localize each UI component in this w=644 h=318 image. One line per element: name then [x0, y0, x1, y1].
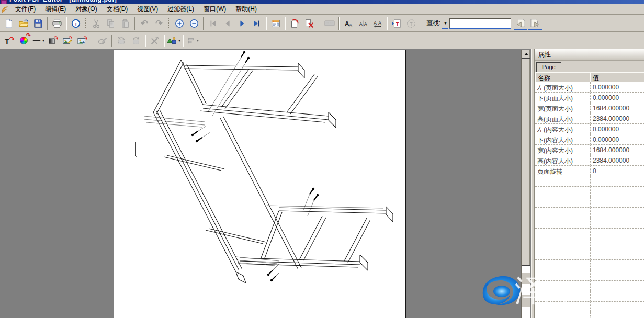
- open-folder-button[interactable]: [17, 17, 30, 30]
- char-spacing-button[interactable]: AA: [356, 17, 370, 30]
- tab-page[interactable]: Page: [536, 62, 561, 72]
- property-name: [535, 218, 590, 228]
- up-arrow-icon: [524, 53, 528, 55]
- rotate-left-obj-button[interactable]: [115, 34, 128, 47]
- property-value: [590, 270, 644, 280]
- page-layout-button[interactable]: [269, 17, 283, 30]
- paste-button[interactable]: [119, 17, 132, 30]
- nav-next-button[interactable]: [235, 17, 249, 30]
- align-tool-button[interactable]: ▾: [186, 34, 199, 47]
- rotate-page-button[interactable]: [288, 17, 301, 30]
- save-button[interactable]: [31, 17, 45, 30]
- property-value[interactable]: 2384.000000: [590, 113, 644, 123]
- toolbar-drag-handle[interactable]: [85, 18, 86, 29]
- property-row-empty: [535, 291, 644, 302]
- technical-drawing-svg: [114, 50, 406, 317]
- property-value[interactable]: 0.000000: [590, 93, 644, 103]
- cut-button[interactable]: [89, 17, 103, 30]
- menu-bar: 文件(F)编辑(E)对象(O)文档(D)视图(V)过滤器(L)窗口(W)帮助(H…: [0, 4, 644, 15]
- property-row-empty: [535, 229, 644, 239]
- zoom-out-button[interactable]: [187, 17, 201, 30]
- property-value: [590, 239, 644, 249]
- find-next-result-button[interactable]: [528, 16, 542, 30]
- find-prev-result-button[interactable]: [514, 16, 527, 30]
- property-row-empty: [535, 176, 644, 187]
- delete-page-button[interactable]: [302, 17, 316, 30]
- property-row-empty: [535, 312, 644, 318]
- undo-button[interactable]: ↶: [138, 17, 151, 30]
- nav-first-button[interactable]: [206, 17, 220, 30]
- print-button[interactable]: [50, 17, 64, 30]
- property-value[interactable]: 0.000000: [590, 134, 644, 144]
- toolbar-separator: [203, 17, 204, 30]
- rotate-right-obj-button[interactable]: [129, 34, 143, 47]
- scroll-up-button[interactable]: [522, 50, 530, 59]
- text-circle-button[interactable]: T: [404, 17, 418, 30]
- menu-item-3[interactable]: 文档(D): [102, 4, 133, 15]
- property-row-empty: [535, 187, 644, 197]
- keyboard-button[interactable]: [323, 17, 336, 30]
- scrollbar-thumb[interactable]: [522, 59, 530, 266]
- nav-prev-button[interactable]: [221, 17, 234, 30]
- toolbar-separator: [66, 17, 67, 30]
- property-value[interactable]: 0.000000: [590, 82, 644, 92]
- add-shading-button[interactable]: [46, 34, 60, 47]
- font-button[interactable]: AA: [342, 17, 355, 30]
- redo-button[interactable]: ↷: [152, 17, 166, 30]
- property-value: [590, 187, 644, 197]
- property-value: [590, 197, 644, 207]
- add-text-button[interactable]: T: [2, 34, 16, 47]
- nav-last-button[interactable]: [250, 17, 264, 30]
- pdf-page-canvas[interactable]: [114, 50, 406, 318]
- property-value: [590, 260, 644, 270]
- menu-item-7[interactable]: 帮助(H): [231, 4, 262, 15]
- property-row-empty: [535, 302, 644, 312]
- toolbar-drag-handle[interactable]: [91, 35, 93, 47]
- properties-table-header: 名称 值: [535, 72, 644, 82]
- text-insert-button[interactable]: T: [390, 17, 403, 30]
- find-label: 查找:: [426, 19, 440, 28]
- menu-item-0[interactable]: 文件(F): [10, 4, 40, 15]
- find-history-dropdown[interactable]: ▼: [442, 18, 448, 29]
- zoom-in-button[interactable]: [173, 17, 186, 30]
- property-row: 下(内容大小)0.000000: [535, 134, 644, 145]
- svg-text:T: T: [410, 21, 413, 26]
- word-spacing-button[interactable]: AA: [371, 17, 385, 30]
- line-tool-button[interactable]: ▾: [31, 34, 45, 47]
- text-caret-mark: [135, 142, 137, 157]
- property-value[interactable]: 1684.000000: [590, 103, 644, 113]
- vertical-scrollbar[interactable]: [521, 50, 530, 318]
- delete-object-button[interactable]: [148, 34, 162, 47]
- menu-item-4[interactable]: 视图(V): [132, 4, 163, 15]
- property-value: [590, 302, 644, 312]
- property-name: 宽(页面大小): [535, 103, 590, 113]
- property-value[interactable]: 0.000000: [590, 124, 644, 134]
- add-image-button[interactable]: [75, 34, 89, 47]
- info-button[interactable]: i: [69, 17, 83, 30]
- property-value[interactable]: 2384.000000: [590, 155, 644, 165]
- toolbar-drag-handle[interactable]: [318, 18, 320, 29]
- edit-image-button[interactable]: [61, 34, 74, 47]
- menu-item-2[interactable]: 对象(O): [71, 4, 101, 15]
- find-input[interactable]: [449, 18, 511, 28]
- property-name: [535, 281, 590, 291]
- shapes-button[interactable]: ▾: [167, 34, 180, 47]
- toolbar-separator: [111, 35, 112, 47]
- find-group: 查找: ▼: [425, 18, 513, 29]
- menu-item-5[interactable]: 过滤器(L): [163, 4, 199, 15]
- toolbar-separator: [145, 35, 146, 47]
- property-value[interactable]: 1684.000000: [590, 145, 644, 155]
- property-row-empty: [535, 281, 644, 291]
- panel-splitter[interactable]: [531, 49, 535, 318]
- toolbar-drag-handle[interactable]: [168, 18, 170, 29]
- menu-item-1[interactable]: 编辑(E): [40, 4, 71, 15]
- add-color-button[interactable]: ↷: [17, 34, 30, 47]
- toolbar-drag-handle[interactable]: [420, 18, 422, 29]
- property-value[interactable]: 0: [590, 166, 644, 176]
- copy-button[interactable]: [104, 17, 118, 30]
- menu-item-6[interactable]: 窗口(W): [199, 4, 231, 15]
- property-row: 下(页面大小)0.000000: [535, 93, 644, 103]
- clone-tool-button[interactable]: [96, 34, 109, 47]
- new-document-button[interactable]: [2, 17, 16, 30]
- property-name: [535, 260, 590, 270]
